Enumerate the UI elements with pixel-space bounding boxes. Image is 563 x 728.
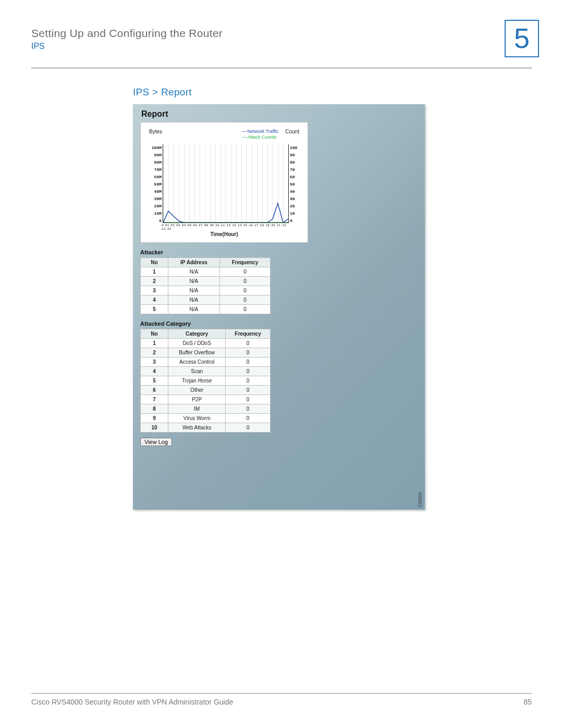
table-row: 4Scan0 [141,367,271,376]
table-row: 1DoS / DDoS0 [141,339,271,348]
table-row: 5Trojan Horse0 [141,376,271,386]
table-row: 5N/A0 [141,305,271,314]
page-footer: Cisco RVS4000 Security Router with VPN A… [31,693,532,706]
attacked-category-section: Attacked Category No Category Frequency … [140,320,271,433]
attacked-col-no: No [141,329,168,339]
view-log-button[interactable]: View Log [140,438,172,446]
attacked-category-table: No Category Frequency 1DoS / DDoS0 2Buff… [140,329,271,433]
figure-number: 235550 [418,492,423,508]
table-row: 4N/A0 [141,295,271,305]
section-heading: IPS > Report [133,87,192,98]
chapter-subtitle: IPS [31,42,532,51]
chapter-number: 5 [514,22,530,54]
table-row: 8IM0 [141,404,271,414]
y-axis-right-label: Count [285,129,299,134]
attacker-col-freq: Frequency [219,258,270,267]
attacker-section: Attacker No IP Address Frequency 1N/A0 2… [140,249,271,314]
page-header: Setting Up and Configuring the Router IP… [31,27,532,51]
plot-area [163,144,289,223]
attacker-col-ip: IP Address [168,258,220,267]
attacker-col-no: No [141,258,168,267]
table-row: 10Web Attacks0 [141,423,271,433]
page-number: 85 [523,698,532,706]
table-row: 7P2P0 [141,395,271,404]
table-row: 3N/A0 [141,286,271,295]
table-row: 2Buffer Overflow0 [141,348,271,357]
x-ticks: 0 01 02 03 04 05 06 07 08 09 10 11 12 13… [162,224,291,231]
chapter-title: Setting Up and Configuring the Router [31,27,532,40]
report-panel: Report Bytes Count Network Traffic Attac… [133,104,425,510]
attacker-title: Attacker [140,249,271,255]
footer-guide-name: Cisco RVS4000 Security Router with VPN A… [31,698,233,706]
y-axis-left-label: Bytes [149,129,162,134]
chapter-number-box: 5 [505,20,539,57]
header-rule [31,68,532,68]
table-row: 6Other0 [141,386,271,395]
attacker-table: No IP Address Frequency 1N/A0 2N/A0 3N/A… [140,257,271,314]
attacked-col-category: Category [168,329,226,339]
y-ticks-right: 100 90 80 70 60 50 40 30 20 10 0 [290,144,302,225]
report-chart: Bytes Count Network Traffic Attack Count… [140,122,308,243]
y-ticks-left: 100M 90M 80M 70M 60M 50M 40M 30M 20M 10M… [146,144,162,225]
table-row: 9Virus Worm0 [141,414,271,423]
attacked-col-freq: Frequency [226,329,271,339]
x-axis-title: Time(Hour) [145,231,303,237]
table-row: 3Access Control0 [141,357,271,367]
attacked-category-title: Attacked Category [140,320,271,327]
table-row: 2N/A0 [141,277,271,286]
legend-network-traffic: Network Traffic [242,129,278,134]
network-traffic-line [163,203,288,223]
panel-title: Report [133,104,425,122]
chart-legend: Network Traffic Attack Counts [242,129,278,140]
legend-attack-counts: Attack Counts [242,134,278,140]
table-row: 1N/A0 [141,267,271,277]
